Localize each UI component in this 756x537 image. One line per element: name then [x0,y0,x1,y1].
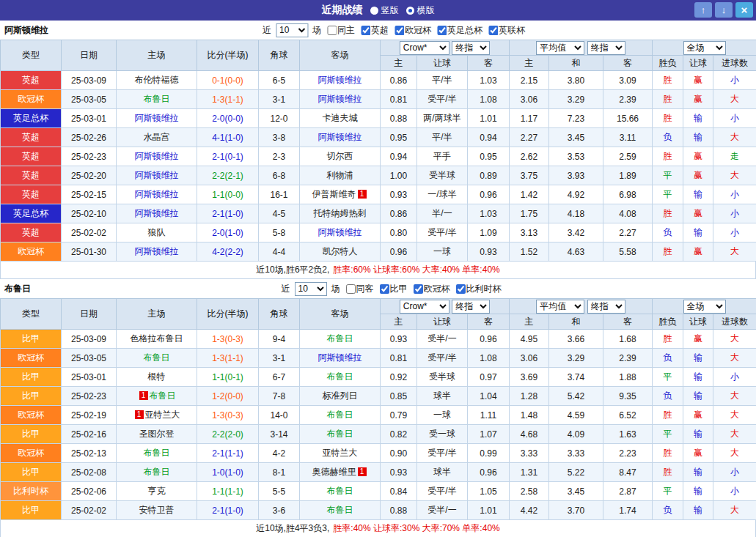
away-team-cell[interactable]: 奥德赫维里1 [300,463,381,482]
away-team-cell[interactable]: 阿斯顿维拉 [300,128,381,147]
away-team-cell[interactable]: 布鲁日 [300,425,381,444]
odds-away: 1.01 [468,109,510,128]
scope-header: 全场 [653,299,756,314]
filter-checkbox[interactable]: 比甲 [380,283,408,295]
away-team-cell[interactable]: 布鲁日 [300,330,381,349]
scope-select[interactable]: 全场 [683,41,726,55]
scroll-down-button[interactable]: ↓ [715,2,733,18]
away-team-cell[interactable]: 阿斯顿维拉 [300,349,381,368]
home-team-cell[interactable]: 布鲁日 [117,463,197,482]
away-team-cell[interactable]: 托特纳姆热刺 [300,204,381,223]
home-team-cell[interactable]: 布鲁日 [117,444,197,463]
away-team-cell[interactable]: 伊普斯维奇1 [300,185,381,204]
bookmaker-select[interactable]: Crow* [400,41,449,55]
average-select[interactable]: 平均值 [536,300,584,314]
away-team-cell[interactable]: 阿斯顿维拉 [300,223,381,242]
handicap: 半/一 [417,204,468,223]
average-time-select[interactable]: 终指 [587,300,625,314]
match-row: 比甲25-02-16圣图尔登2-2(2-0)3-14布鲁日0.82受一球1.07… [1,425,756,444]
match-row: 欧冠杯25-01-30阿斯顿维拉4-2(2-2)4-4凯尔特人0.96一球0.9… [1,242,756,262]
match-date: 25-02-02 [62,223,117,242]
filter-checkbox[interactable]: 欧冠杯 [414,283,450,295]
home-team-cell[interactable]: 阿斯顿维拉 [117,166,197,185]
corners: 6-5 [259,71,300,90]
filter-checkbox-input[interactable] [394,26,404,35]
home-team-cell[interactable]: 布鲁日 [117,90,197,109]
home-team-cell[interactable]: 安特卫普 [117,501,197,520]
filter-checkbox-input[interactable] [327,26,337,35]
filter-checkbox-input[interactable] [361,26,370,35]
score: 4-1(1-0) [197,128,259,147]
away-team-cell[interactable]: 标准列日 [300,387,381,406]
filter-checkbox-input[interactable] [414,284,423,294]
filter-checkbox[interactable]: 同主 [327,24,355,37]
home-team-cell[interactable]: 阿斯顿维拉 [117,204,197,223]
away-team-cell[interactable]: 布鲁日 [300,406,381,425]
match-row: 欧冠杯25-03-05布鲁日1-3(1-1)3-1阿斯顿维拉0.81受平/半1.… [1,349,756,368]
filter-checkbox-input[interactable] [437,26,447,35]
away-team-cell[interactable]: 布鲁日 [300,368,381,387]
filter-checkbox-input[interactable] [380,284,389,294]
handicap-result: 赢 [683,90,713,109]
match-count-select[interactable]: 10 [276,23,308,37]
match-count-select[interactable]: 10 [295,282,327,296]
scope-select[interactable]: 全场 [683,300,726,314]
home-team-cell[interactable]: 色格拉布鲁日 [117,330,197,349]
filter-checkbox[interactable]: 英超 [361,24,389,37]
home-team-name: 亨克 [148,486,166,496]
home-team-cell[interactable]: 阿斯顿维拉 [117,109,197,128]
away-team-cell[interactable]: 阿斯顿维拉 [300,90,381,109]
handicap-result: 赢 [683,330,713,349]
home-team-cell[interactable]: 布伦特福德 [117,71,197,90]
filter-checkbox[interactable]: 同客 [346,283,374,295]
home-team-cell[interactable]: 布鲁日 [117,349,197,368]
away-team-cell[interactable]: 利物浦 [300,166,381,185]
away-team-cell[interactable]: 布鲁日 [300,501,381,520]
odds-away: 1.04 [468,387,510,406]
home-team-cell[interactable]: 1亚特兰大 [117,406,197,425]
home-team-cell[interactable]: 根特 [117,368,197,387]
away-team-cell[interactable]: 布鲁日 [300,482,381,501]
avg-away: 3.09 [603,71,653,90]
filter-checkbox[interactable]: 比利时杯 [456,283,502,295]
home-team-cell[interactable]: 狼队 [117,223,197,242]
scroll-up-button[interactable]: ↑ [694,2,712,18]
filter-checkbox[interactable]: 英足总杯 [437,24,482,37]
filter-checkbox-label: 同主 [337,24,355,37]
close-button[interactable]: × [735,2,753,18]
average-time-select[interactable]: 终指 [587,41,625,55]
bookmaker-select[interactable]: Crow* [400,300,449,314]
away-team-name: 布鲁日 [327,333,353,344]
away-team-cell[interactable]: 亚特兰大 [300,444,381,463]
handicap: 一/球半 [417,185,468,204]
filter-checkbox-input[interactable] [346,284,356,294]
away-team-cell[interactable]: 卡迪夫城 [300,109,381,128]
home-team-cell[interactable]: 亨克 [117,482,197,501]
goals-over-under-result: 大 [713,349,756,368]
summary-rates: 胜率:40% 让球率:30% 大率:70% 单率:40% [333,522,499,535]
home-team-cell[interactable]: 水晶宫 [117,128,197,147]
away-team-cell[interactable]: 阿斯顿维拉 [300,71,381,90]
away-team-name: 布鲁日 [327,371,353,382]
home-team-cell[interactable]: 阿斯顿维拉 [117,147,197,166]
filter-checkbox-input[interactable] [488,26,498,35]
filter-checkbox-input[interactable] [456,284,466,294]
layout-option-horizontal[interactable]: 横版 [406,4,435,17]
corners: 9-4 [259,330,300,349]
home-team-cell[interactable]: 圣图尔登 [117,425,197,444]
odds-time-select[interactable]: 终指 [452,41,490,55]
home-team-cell[interactable]: 阿斯顿维拉 [117,242,197,262]
filter-checkbox[interactable]: 英联杯 [488,24,525,37]
filter-checkbox[interactable]: 欧冠杯 [394,24,431,37]
home-team-cell[interactable]: 1布鲁日 [117,387,197,406]
away-team-cell[interactable]: 凯尔特人 [300,242,381,262]
odds-time-select[interactable]: 终指 [452,300,490,314]
average-select[interactable]: 平均值 [536,41,584,55]
layout-option-vertical[interactable]: 竖版 [370,4,399,17]
odds-home: 0.90 [381,444,417,463]
away-team-cell[interactable]: 切尔西 [300,147,381,166]
odds-away: 0.94 [468,128,510,147]
home-team-cell[interactable]: 阿斯顿维拉 [117,185,197,204]
avg-draw: 3.45 [549,482,603,501]
filter-row: 阿斯顿维拉近10场同主英超欧冠杯英足总杯英联杯 [0,21,756,40]
